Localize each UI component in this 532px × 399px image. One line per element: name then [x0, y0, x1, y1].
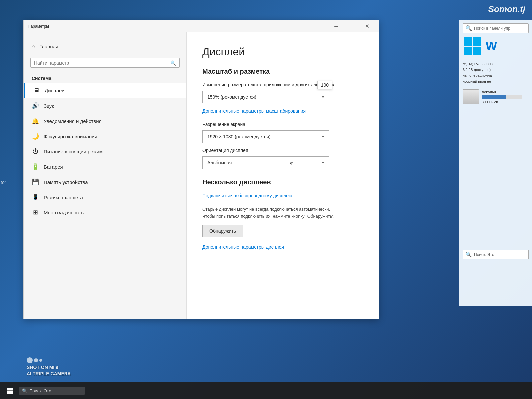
title-bar-title: Параметры [28, 24, 49, 29]
taskbar-search[interactable]: 🔍 Поиск: Это [19, 387, 85, 395]
orientation-dropdown[interactable]: Альбомная ▾ [202, 156, 329, 169]
sound-icon: 🔊 [32, 102, 39, 109]
scale-dropdown-value: 150% (рекомендуется) [207, 94, 256, 100]
svg-rect-3 [473, 47, 481, 55]
resolution-dropdown-arrow: ▾ [322, 134, 324, 139]
sidebar-item-storage-label: Память устройства [44, 179, 88, 185]
taskbar-search-text: Поиск: Это [29, 388, 51, 393]
close-button[interactable]: ✕ [359, 20, 375, 32]
resolution-dropdown-value: 1920 × 1080 (рекомендуется) [207, 134, 270, 139]
sidebar-item-battery[interactable]: 🔋 Батарея [24, 159, 186, 174]
scale-tooltip: 100 [317, 81, 332, 89]
window-body: ⌂ Главная 🔍 Система 🖥 Дисплей 🔊 Зв [24, 32, 379, 319]
svg-rect-6 [7, 391, 10, 394]
info-text: Старые дисплеи могут не всегда подключат… [202, 206, 363, 220]
ram-info: 6,9 ГБ доступно) [463, 67, 529, 73]
svg-rect-4 [7, 388, 10, 390]
svg-rect-0 [464, 37, 472, 46]
svg-rect-5 [10, 388, 13, 390]
camera-dot-mid [34, 358, 38, 362]
scale-section-title: Масштаб и разметка [202, 68, 363, 75]
sidebar-item-sound[interactable]: 🔊 Звук [24, 98, 186, 113]
svg-rect-1 [473, 37, 481, 46]
power-icon: ⏻ [32, 148, 39, 155]
sidebar-search-input[interactable] [34, 60, 168, 66]
orientation-dropdown-arrow: ▾ [322, 160, 324, 165]
display-advanced-link[interactable]: Дополнительные параметры дисплея [202, 244, 284, 250]
scale-advanced-link[interactable]: Дополнительные параметры масштабирования [202, 108, 306, 114]
sidebar: ⌂ Главная 🔍 Система 🖥 Дисплей 🔊 Зв [24, 32, 187, 319]
disk-bar [482, 95, 506, 99]
maximize-button[interactable]: □ [344, 20, 359, 32]
sidebar-home-label: Главная [39, 44, 58, 49]
sidebar-item-display[interactable]: 🖥 Дисплей [24, 83, 186, 98]
ai-triple-label: AI TRIPLE CAMERA [27, 371, 71, 377]
somon-watermark: Somon.tj [488, 4, 525, 14]
taskbar-search-icon: 🔍 [22, 388, 27, 393]
sidebar-item-battery-label: Батарея [44, 164, 63, 170]
disk-bar-bg [482, 95, 522, 99]
camera-dots [27, 357, 71, 363]
orientation-label: Ориентация дисплея [202, 148, 363, 153]
control-panel-search[interactable]: 🔍 [463, 23, 529, 33]
home-icon: ⌂ [32, 43, 35, 50]
title-bar-controls: ─ □ ✕ [329, 20, 375, 32]
multitask-icon: ⊞ [32, 209, 39, 216]
desktop: Somon.tj tor 🔍 W re(TM) i7-8650 [0, 0, 532, 399]
sidebar-item-focus[interactable]: 🌙 Фокусировка внимания [24, 129, 186, 144]
sidebar-item-notifications[interactable]: 🔔 Уведомления и действия [24, 113, 186, 129]
title-bar: Параметры ─ □ ✕ [24, 20, 379, 32]
display-icon: 🖥 [33, 87, 40, 94]
multiple-section-title: Несколько дисплеев [202, 178, 363, 186]
camera-dot-big [27, 357, 33, 363]
sidebar-item-notifications-label: Уведомления и действия [44, 118, 102, 124]
focus-icon: 🌙 [32, 133, 39, 140]
detect-button[interactable]: Обнаружить [202, 225, 243, 237]
svg-rect-2 [464, 47, 472, 55]
search-icon: 🔍 [466, 25, 472, 31]
camera-dot-small [39, 359, 42, 362]
sidebar-item-power-label: Питание и спящий режим [44, 149, 103, 154]
taskbar-search-icon: 🔍 [466, 251, 472, 258]
sidebar-item-sound-label: Звук [44, 103, 54, 109]
settings-window: Параметры ─ □ ✕ ⌂ Главная 🔍 [23, 20, 379, 319]
right-control-panel: 🔍 W re(TM) i7-8650U C 6,9 ГБ доступно) н… [459, 20, 532, 306]
scale-dropdown[interactable]: 150% (рекомендуется) ▾ [202, 91, 329, 103]
taskbar: 🔍 Поиск: Это [0, 382, 532, 399]
page-title: Дисплей [202, 46, 363, 58]
sidebar-item-multitask[interactable]: ⊞ Многозадачность [24, 205, 186, 220]
sidebar-item-power[interactable]: ⏻ Питание и спящий режим [24, 144, 186, 159]
section-divider: Несколько дисплеев [202, 178, 363, 186]
photo-watermark: SHOT ON MI 9 AI TRIPLE CAMERA [27, 357, 71, 377]
minimize-button[interactable]: ─ [329, 20, 344, 32]
resolution-dropdown[interactable]: 1920 × 1080 (рекомендуется) ▾ [202, 130, 329, 143]
notifications-icon: 🔔 [32, 117, 39, 125]
touch-info: нсорный ввод не [463, 79, 529, 85]
sidebar-item-tablet[interactable]: 📱 Режим планшета [24, 190, 186, 205]
sidebar-item-storage[interactable]: 💾 Память устройства [24, 174, 186, 190]
sidebar-item-multitask-label: Многозадачность [44, 210, 84, 215]
cpu-info: re(TM) i7-8650U C [463, 61, 529, 67]
sidebar-section-system: Система [24, 72, 186, 83]
control-panel-search-input[interactable] [474, 26, 521, 31]
scale-label: Изменение размера текста, приложений и д… [202, 82, 363, 87]
disk-icon-img [463, 89, 479, 104]
taskbar-search-text: Поиск: Это [474, 252, 494, 257]
disk-size: 300 ГБ св... [482, 100, 522, 104]
sidebar-search-icon[interactable]: 🔍 [170, 60, 176, 66]
sidebar-search-box[interactable]: 🔍 [30, 58, 180, 68]
connect-wireless-link[interactable]: Подключиться к беспроводному дисплею [202, 193, 292, 198]
main-content: Дисплей Масштаб и разметка Изменение раз… [187, 32, 379, 319]
disk-bar-container: Локальн... 300 ГБ св... [482, 90, 522, 104]
start-button[interactable] [3, 383, 17, 398]
storage-icon: 💾 [32, 178, 39, 186]
scale-dropdown-arrow: ▾ [322, 95, 324, 99]
disk-label: Локальн... [482, 90, 522, 94]
tor-label: tor [1, 180, 6, 185]
disk-section: Локальн... 300 ГБ св... [463, 89, 529, 104]
shot-on-label: SHOT ON MI 9 [27, 364, 71, 371]
system-info: ная операционна [463, 73, 529, 79]
scale-dropdown-wrapper: 100 150% (рекомендуется) ▾ [202, 91, 329, 108]
sidebar-home[interactable]: ⌂ Главная [24, 39, 186, 54]
sidebar-item-display-label: Дисплей [45, 88, 65, 93]
